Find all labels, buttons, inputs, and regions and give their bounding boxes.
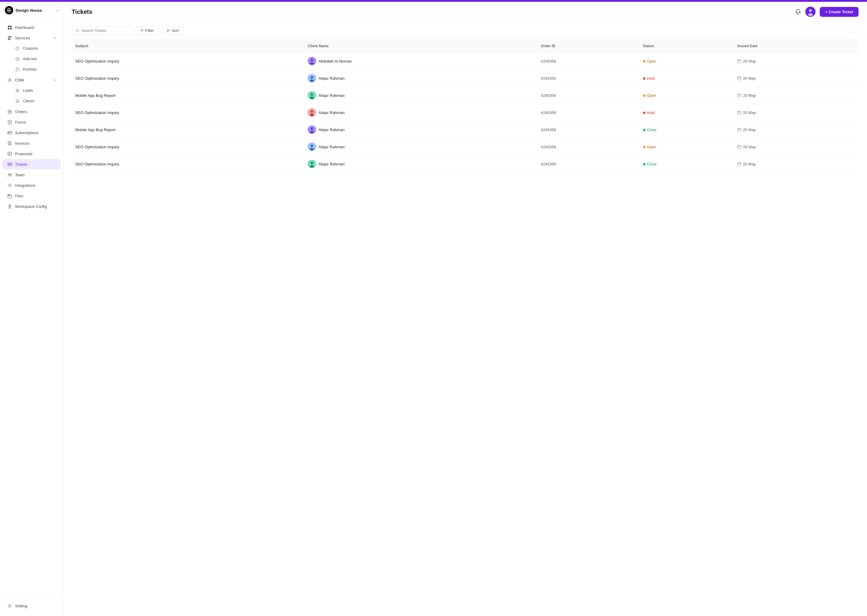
cell-issued-date: 20 May: [734, 121, 859, 138]
svg-point-58: [311, 59, 313, 61]
col-order-id: Order ID: [538, 40, 639, 53]
sidebar-item-forms[interactable]: Forms: [2, 117, 60, 127]
sort-label: Sort: [172, 28, 179, 33]
sidebar-item-workspace-config[interactable]: Workspace Config: [2, 201, 60, 211]
client-avatar: [308, 108, 316, 117]
sidebar-item-setting[interactable]: Setting: [2, 601, 60, 611]
status-badge: Hold: [643, 76, 655, 81]
svg-point-79: [311, 110, 313, 113]
orders-label: Orders: [15, 110, 27, 114]
sidebar-item-leads[interactable]: Leads: [2, 85, 60, 96]
svg-point-66: [310, 79, 314, 82]
search-input[interactable]: [82, 28, 128, 33]
svg-point-86: [311, 127, 313, 130]
notification-button[interactable]: [795, 9, 801, 15]
cell-status: Open: [639, 87, 734, 104]
svg-point-100: [311, 162, 313, 164]
status-dot-icon: [643, 146, 645, 148]
cell-issued-date: 20 May: [734, 104, 859, 121]
svg-point-13: [9, 79, 11, 80]
sidebar-item-orders[interactable]: Orders: [2, 107, 60, 117]
sidebar-item-label: Dashboard: [15, 25, 34, 30]
status-badge: Open: [643, 94, 656, 98]
svg-point-45: [9, 605, 10, 607]
calendar-icon: [737, 111, 741, 115]
cell-subject: Mobile App Bug Report: [72, 87, 304, 104]
cell-subject: SEO Optimization Inquiry: [72, 70, 304, 87]
cell-client-name: Atiqur Rahman: [304, 87, 538, 104]
sidebar-item-addons[interactable]: Add-ons: [2, 54, 60, 64]
svg-rect-81: [738, 111, 741, 114]
filter-button[interactable]: Filter: [136, 26, 158, 35]
sidebar-item-crm[interactable]: CRM ▾: [2, 75, 60, 85]
table-header: Subject Client Name Order ID Status Issu…: [72, 40, 859, 53]
sidebar-item-tickets[interactable]: Tickets: [2, 159, 60, 169]
table-row[interactable]: SEO Optimization Inquiry Abdullah Al Nom…: [72, 53, 859, 70]
workspace-icon: [7, 204, 12, 209]
integrations-icon: [7, 183, 12, 188]
svg-rect-3: [10, 25, 12, 27]
sidebar-item-services[interactable]: Services ▾: [2, 33, 60, 43]
sort-button[interactable]: Sort: [162, 26, 183, 35]
sidebar-item-files[interactable]: Files: [2, 191, 60, 201]
cell-issued-date: 20 May: [734, 70, 859, 87]
invoices-icon: [7, 141, 12, 146]
col-status: Status: [639, 40, 734, 53]
calendar-icon: [737, 94, 741, 97]
user-avatar[interactable]: [805, 6, 815, 17]
table-row[interactable]: Mobile App Bug Report Atiqur Rahman #245…: [72, 121, 859, 138]
status-badge: Hold: [643, 111, 655, 115]
sidebar-item-clients[interactable]: Clients: [2, 96, 60, 106]
svg-rect-8: [8, 39, 11, 40]
table-row[interactable]: Mobile App Bug Report Atiqur Rahman #245…: [72, 87, 859, 104]
svg-rect-95: [738, 146, 741, 149]
search-icon: [76, 28, 79, 33]
sidebar-item-coupons[interactable]: Coupons: [2, 43, 60, 53]
status-badge: Close: [643, 128, 657, 132]
cell-order-id: #245356: [538, 121, 639, 138]
search-box[interactable]: [72, 26, 132, 35]
sidebar-item-invoices[interactable]: Invoices: [2, 138, 60, 148]
status-badge: Open: [643, 145, 656, 149]
subscriptions-icon: [7, 130, 12, 135]
cell-issued-date: 20 May: [734, 87, 859, 104]
dashboard-icon: [7, 25, 12, 30]
integrations-label: Integrations: [15, 183, 36, 188]
portfolio-icon: [15, 67, 20, 72]
sidebar-bottom: Setting: [0, 597, 63, 616]
cell-status: Close: [639, 156, 734, 173]
client-avatar: [308, 91, 316, 99]
table-row[interactable]: SEO Optimization Inquiry Atiqur Rahman #…: [72, 138, 859, 156]
col-issued-date: Issued Date: [734, 40, 859, 53]
coupons-label: Coupons: [23, 46, 38, 50]
sidebar-item-integrations[interactable]: Integrations: [2, 180, 60, 190]
sort-icon: [167, 29, 170, 33]
calendar-icon: [737, 162, 741, 166]
client-avatar: [308, 126, 316, 134]
svg-rect-4: [8, 28, 9, 30]
sidebar-item-proposals[interactable]: Proposals: [2, 149, 60, 159]
client-name-text: Abdullah Al Noman: [318, 59, 352, 63]
sidebar-item-team[interactable]: Team: [2, 170, 60, 180]
table-row[interactable]: SEO Optimization Inquiry Atiqur Rahman #…: [72, 104, 859, 121]
svg-rect-67: [738, 77, 741, 80]
cell-client-name: Atiqur Rahman: [304, 156, 538, 173]
table-row[interactable]: SEO Optimization Inquiry Atiqur Rahman #…: [72, 156, 859, 173]
svg-point-41: [10, 174, 11, 175]
svg-rect-102: [738, 163, 741, 166]
orders-icon: [7, 109, 12, 114]
table-row[interactable]: SEO Optimization Inquiry Atiqur Rahman #…: [72, 70, 859, 87]
col-subject: Subject: [72, 40, 304, 53]
svg-point-59: [310, 62, 314, 64]
crm-label: CRM: [15, 78, 24, 82]
sidebar-item-subscriptions[interactable]: Subscriptions: [2, 127, 60, 138]
sidebar-item-portfolio[interactable]: Portfolio: [2, 64, 60, 75]
svg-rect-88: [738, 129, 741, 132]
sidebar-item-dashboard[interactable]: Dashboard: [2, 22, 60, 33]
services-chevron-icon: ▾: [54, 36, 56, 40]
filter-icon: [140, 29, 144, 33]
brand-area[interactable]: Design House. ▾: [0, 2, 63, 19]
create-ticket-button[interactable]: + Create Ticket: [820, 7, 859, 17]
cell-order-id: #245356: [538, 70, 639, 87]
clients-icon: [15, 99, 20, 104]
